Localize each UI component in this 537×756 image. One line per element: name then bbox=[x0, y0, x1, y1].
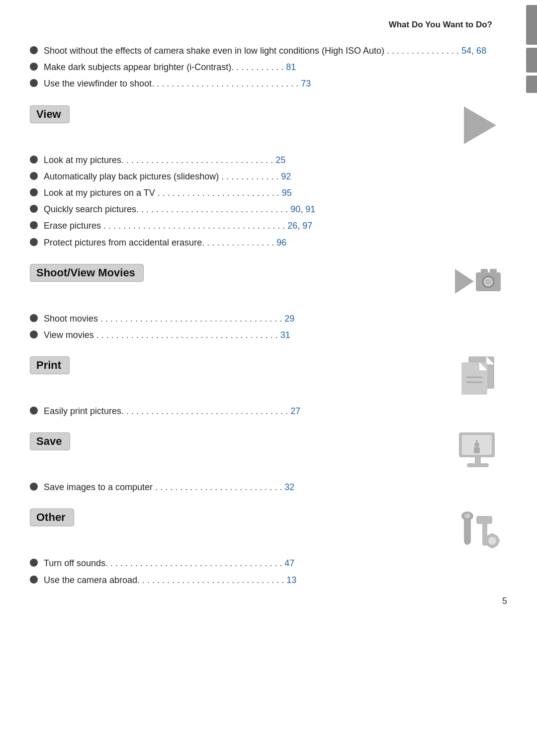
view-section-row: View bbox=[30, 105, 507, 145]
print-section-row: Print bbox=[30, 356, 507, 396]
view-items-list: Look at my pictures. . . . . . . . . . .… bbox=[30, 154, 507, 249]
list-item: Easily print pictures. . . . . . . . . .… bbox=[30, 405, 507, 418]
list-item: Look at my pictures. . . . . . . . . . .… bbox=[30, 154, 507, 167]
svg-rect-27 bbox=[491, 533, 494, 536]
item-text: Save images to a computer . . . . . . . … bbox=[44, 481, 507, 494]
list-item: Make dark subjects appear brighter (i-Co… bbox=[30, 61, 507, 74]
bullet-icon bbox=[30, 188, 38, 196]
movies-section-row: Shoot/View Movies bbox=[30, 264, 507, 304]
svg-rect-17 bbox=[474, 447, 480, 453]
list-item: Protect pictures from accidental erasure… bbox=[30, 237, 507, 249]
list-item: Use the viewfinder to shoot. . . . . . .… bbox=[30, 78, 507, 90]
view-icon-area bbox=[452, 105, 507, 145]
movies-items-list: Shoot movies . . . . . . . . . . . . . .… bbox=[30, 313, 507, 341]
computer-icon bbox=[454, 432, 506, 472]
page-ref[interactable]: 31 bbox=[280, 330, 290, 340]
page-ref[interactable]: 96 bbox=[276, 238, 286, 248]
page-ref[interactable]: 29 bbox=[284, 314, 294, 324]
list-item: Automatically play back pictures (slides… bbox=[30, 170, 507, 183]
item-text: Protect pictures from accidental erasure… bbox=[44, 237, 507, 249]
bullet-icon bbox=[30, 172, 38, 180]
svg-rect-4 bbox=[481, 269, 488, 273]
svg-rect-28 bbox=[491, 546, 494, 548]
svg-point-3 bbox=[485, 279, 491, 285]
item-text: View movies . . . . . . . . . . . . . . … bbox=[44, 329, 507, 341]
bullet-icon bbox=[30, 559, 38, 567]
svg-rect-14 bbox=[475, 457, 481, 463]
item-text: Shoot without the effects of camera shak… bbox=[44, 45, 507, 57]
page-number: 5 bbox=[502, 596, 507, 606]
list-item: Turn off sounds. . . . . . . . . . . . .… bbox=[30, 557, 507, 570]
tools-icon bbox=[455, 508, 505, 548]
page-ref[interactable]: 92 bbox=[281, 171, 291, 181]
page-ref[interactable]: 32 bbox=[284, 482, 294, 492]
bullet-icon bbox=[30, 205, 38, 213]
svg-rect-24 bbox=[476, 516, 492, 524]
page-ref[interactable]: 26, 97 bbox=[287, 221, 312, 231]
list-item: Shoot movies . . . . . . . . . . . . . .… bbox=[30, 313, 507, 325]
page-ref[interactable]: 90, 91 bbox=[290, 204, 315, 214]
svg-rect-30 bbox=[497, 539, 500, 542]
item-text: Make dark subjects appear brighter (i-Co… bbox=[44, 61, 507, 74]
svg-rect-15 bbox=[467, 463, 489, 467]
list-item: Erase pictures . . . . . . . . . . . . .… bbox=[30, 220, 507, 232]
bullet-icon bbox=[30, 63, 38, 71]
bullet-icon bbox=[30, 407, 38, 415]
other-items-list: Turn off sounds. . . . . . . . . . . . .… bbox=[30, 557, 507, 586]
page-ref[interactable]: 54, 68 bbox=[461, 46, 486, 56]
list-item: Quickly search pictures. . . . . . . . .… bbox=[30, 203, 507, 216]
print-section-heading: Print bbox=[30, 356, 70, 374]
save-items-list: Save images to a computer . . . . . . . … bbox=[30, 481, 507, 494]
item-text: Use the viewfinder to shoot. . . . . . .… bbox=[44, 78, 507, 90]
item-text: Look at my pictures. . . . . . . . . . .… bbox=[44, 154, 507, 167]
list-item: View movies . . . . . . . . . . . . . . … bbox=[30, 329, 507, 341]
bullet-icon bbox=[30, 483, 38, 491]
item-text: Turn off sounds. . . . . . . . . . . . .… bbox=[44, 557, 507, 570]
save-section-heading: Save bbox=[30, 432, 70, 450]
bullet-icon bbox=[30, 576, 38, 584]
view-section-heading: View bbox=[30, 105, 70, 123]
page-ref[interactable]: 73 bbox=[301, 79, 311, 88]
bullet-icon bbox=[30, 79, 38, 87]
page-ref[interactable]: 13 bbox=[286, 575, 296, 585]
item-text: Erase pictures . . . . . . . . . . . . .… bbox=[44, 220, 507, 232]
bullet-icon bbox=[30, 331, 38, 338]
svg-point-16 bbox=[474, 442, 479, 447]
play-icon bbox=[464, 106, 496, 144]
bullet-icon bbox=[30, 46, 38, 54]
item-text: Easily print pictures. . . . . . . . . .… bbox=[44, 405, 507, 418]
page-ref[interactable]: 95 bbox=[282, 188, 292, 198]
svg-rect-5 bbox=[490, 269, 497, 273]
other-section-row: Other bbox=[30, 508, 507, 548]
page-container: What Do You Want to Do? Shoot without th… bbox=[0, 0, 537, 621]
other-icon-area bbox=[452, 508, 507, 548]
movies-section-heading: Shoot/View Movies bbox=[30, 264, 144, 282]
page-ref[interactable]: 81 bbox=[286, 62, 296, 72]
save-icon-area bbox=[452, 432, 507, 472]
other-section-heading: Other bbox=[30, 508, 74, 526]
print-docs-icon bbox=[457, 356, 502, 396]
list-item: Save images to a computer . . . . . . . … bbox=[30, 481, 507, 494]
list-item: Use the camera abroad. . . . . . . . . .… bbox=[30, 574, 507, 587]
page-ref[interactable]: 27 bbox=[290, 406, 300, 416]
movie-camera-icon bbox=[455, 266, 505, 301]
svg-point-26 bbox=[488, 537, 496, 545]
movie-icon-area bbox=[452, 264, 507, 304]
page-header: What Do You Want to Do? bbox=[30, 20, 507, 30]
svg-rect-29 bbox=[485, 539, 488, 542]
bullet-icon bbox=[30, 156, 38, 164]
item-text: Quickly search pictures. . . . . . . . .… bbox=[44, 203, 507, 216]
bullet-icon bbox=[30, 238, 38, 246]
item-text: Shoot movies . . . . . . . . . . . . . .… bbox=[44, 313, 507, 325]
page-ref[interactable]: 47 bbox=[284, 558, 294, 568]
item-text: Look at my pictures on a TV . . . . . . … bbox=[44, 187, 507, 199]
list-item: Look at my pictures on a TV . . . . . . … bbox=[30, 187, 507, 199]
list-item: Shoot without the effects of camera shak… bbox=[30, 45, 507, 57]
save-section-row: Save bbox=[30, 432, 507, 472]
top-items-list: Shoot without the effects of camera shak… bbox=[30, 45, 507, 90]
page-ref[interactable]: 25 bbox=[275, 155, 285, 165]
bullet-icon bbox=[30, 221, 38, 229]
svg-point-22 bbox=[464, 513, 470, 518]
item-text: Use the camera abroad. . . . . . . . . .… bbox=[44, 574, 507, 587]
bullet-icon bbox=[30, 314, 38, 322]
